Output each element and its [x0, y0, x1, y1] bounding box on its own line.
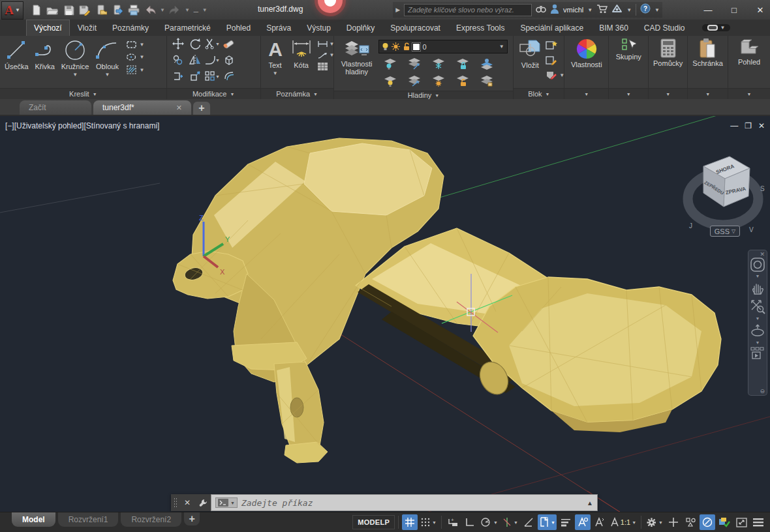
circle-dropdown-caret[interactable]: ▼ [72, 72, 78, 78]
layer-thaw-button[interactable] [431, 74, 446, 90]
copy-button[interactable] [172, 54, 184, 68]
viewport-restore[interactable]: ❐ [745, 121, 752, 130]
layer-walk-button[interactable] [480, 74, 494, 90]
minimize-button[interactable]: — [703, 5, 713, 15]
layer-lock-button[interactable] [455, 57, 470, 73]
signed-in-user[interactable]: vmichl [563, 6, 583, 14]
tab-vystup[interactable]: Výstup [299, 20, 339, 36]
ribbon-toggle-caret[interactable]: ▼ [720, 25, 726, 31]
navbar-customize-icon[interactable]: ⊖ [760, 388, 765, 394]
panel-label-schranka[interactable]: ▼ [688, 88, 728, 99]
new-file-button[interactable] [29, 3, 43, 17]
trim-button[interactable]: ▼ [204, 38, 220, 52]
search-input[interactable]: Zadejte klíčové slovo nebo výraz. [404, 4, 532, 16]
graphics-performance-toggle[interactable] [700, 514, 715, 530]
navigation-wheel-icon[interactable] [750, 257, 765, 273]
circle-button[interactable]: Kružnice ▼ [59, 38, 91, 79]
model-space-toggle[interactable]: MODELP [352, 515, 395, 529]
dynamic-input-toggle[interactable]: + [445, 514, 461, 530]
offset-button[interactable] [223, 70, 235, 85]
line-button[interactable]: Úsečka [3, 38, 31, 72]
user-menu-caret[interactable]: ▼ [587, 7, 593, 13]
hatch-caret[interactable]: ▼ [139, 67, 144, 73]
infocenter-collapse-icon[interactable]: ▶ [395, 7, 400, 13]
isodraft-toggle[interactable]: ▼ [501, 514, 519, 530]
panel-label-blok[interactable]: Blok▼ [514, 88, 564, 99]
tab-cad-studio[interactable]: CAD Studio [636, 20, 693, 36]
snap-toggle[interactable]: ▼ [419, 514, 438, 530]
open-folder-button[interactable] [45, 3, 59, 17]
rectangle-button[interactable]: ▼ [126, 40, 144, 50]
panel-skupiny[interactable]: Skupiny ▼ [609, 36, 649, 99]
command-prompt-icon[interactable]: ▼ [215, 497, 238, 508]
showmotion-icon[interactable] [750, 346, 765, 361]
panel-label-pomucky[interactable]: ▼ [649, 88, 687, 99]
panel-schranka[interactable]: Schránka ▼ [688, 36, 728, 99]
redo-button[interactable] [168, 3, 182, 17]
leader-button[interactable]: ▼ [317, 51, 335, 59]
tab-specialni-aplikace[interactable]: Speciální aplikace [512, 20, 591, 36]
customize-qat-caret[interactable]: ▼ [202, 7, 208, 13]
ellipse-button[interactable]: ▼ [126, 52, 144, 62]
file-tab-drawing[interactable]: tuner3df* ✕ [93, 100, 191, 115]
make-current-layer-button[interactable] [480, 57, 494, 73]
tab-rozvrzeni2[interactable]: Rozvržení2 [121, 512, 181, 527]
tab-vychozi[interactable]: Výchozí [26, 20, 70, 36]
move-button[interactable] [172, 38, 184, 52]
panel-vlastnosti[interactable]: Vlastnosti ▼ [564, 36, 609, 99]
table-button[interactable] [317, 62, 335, 71]
command-line-grip[interactable] [171, 494, 179, 511]
open-from-web-button[interactable] [94, 3, 108, 17]
maximize-button[interactable]: □ [730, 5, 739, 15]
layer-on-off-button[interactable] [383, 74, 397, 90]
panel-pohled[interactable]: Pohled ▼ [728, 36, 770, 99]
annotation-scale-button[interactable]: 1:1 ▼ [609, 514, 638, 530]
command-input[interactable]: ▼ Zadejte příkaz ▲ [211, 494, 598, 511]
rotate-button[interactable] [189, 38, 201, 52]
command-close-icon[interactable]: ✕ [179, 494, 195, 511]
tab-rozvrzeni1[interactable]: Rozvržení1 [58, 512, 119, 527]
navbar-close-icon[interactable]: ✕ [760, 251, 765, 258]
tab-model[interactable]: Model [12, 512, 55, 527]
navigation-bar[interactable]: ✕ ▼ ▼ ▼ ⊖ [748, 250, 767, 396]
rectangle-caret[interactable]: ▼ [139, 42, 144, 48]
annotation-autoscale-toggle[interactable] [592, 514, 608, 530]
linear-dim-button[interactable]: ▼ [317, 40, 335, 48]
layer-match-button[interactable] [407, 74, 422, 90]
text-caret[interactable]: ▼ [273, 70, 278, 76]
panel-label-kreslit[interactable]: Kreslit▼ [0, 88, 166, 99]
viewcube[interactable]: SHORA ZEPŘEDU ZPRAVA J V S [688, 156, 765, 233]
tab-parametricke[interactable]: Parametrické [157, 20, 219, 36]
drawing-viewport[interactable]: Z Y X SHORA ZEPŘEDU ZPRAVA J [0, 116, 770, 512]
object-snap-toggle[interactable]: ▼ [538, 514, 557, 530]
file-tab-start[interactable]: Začít [20, 100, 91, 115]
application-menu-button[interactable]: A ▼ [1, 1, 23, 20]
layer-dropdown-caret[interactable]: ▼ [499, 44, 504, 50]
panel-label-skupiny[interactable]: ▼ [609, 88, 648, 99]
customize-qat-button[interactable]: ⚊ [193, 7, 199, 14]
file-tab-close-icon[interactable]: ✕ [176, 104, 182, 112]
plus-crosshair-button[interactable] [666, 514, 681, 530]
panel-pomucky[interactable]: Pomůcky ▼ [649, 36, 688, 99]
ortho-toggle[interactable] [462, 514, 478, 530]
explode-button[interactable] [223, 54, 235, 68]
viewport-minimize[interactable]: — [730, 121, 738, 130]
tab-express-tools[interactable]: Express Tools [448, 20, 512, 36]
tab-doplnky[interactable]: Doplňky [339, 20, 382, 36]
a360-icon[interactable] [611, 4, 623, 16]
a360-caret[interactable]: ▼ [626, 7, 632, 13]
object-snap-tracking-toggle[interactable] [521, 514, 536, 530]
create-block-button[interactable] [545, 40, 564, 53]
ellipse-caret[interactable]: ▼ [139, 54, 144, 60]
undo-dropdown[interactable]: ▼ [160, 7, 165, 13]
workspace-gear-button[interactable]: ▼ [645, 514, 664, 530]
app-store-cart-icon[interactable] [596, 4, 608, 16]
lineweight-toggle[interactable] [558, 514, 574, 530]
panel-label-vlastnosti[interactable]: ▼ [564, 88, 608, 99]
zoom-extents-icon[interactable] [750, 298, 765, 315]
insert-block-button[interactable]: Vložit [516, 38, 544, 70]
mirror-button[interactable] [189, 54, 201, 68]
panel-label-modifikace[interactable]: Modifikace▼ [167, 88, 260, 99]
clean-screen-button[interactable] [733, 514, 749, 530]
viewport-canvas[interactable]: Z Y X SHORA ZEPŘEDU ZPRAVA J [0, 116, 770, 512]
